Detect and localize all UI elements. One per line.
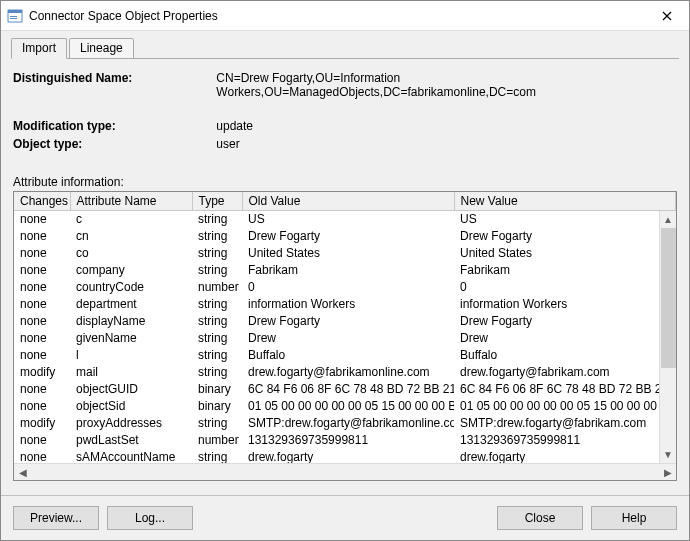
cell-old: Fabrikam (242, 261, 454, 278)
table-row[interactable]: nonecnstringDrew FogartyDrew Fogarty (14, 227, 676, 244)
cell-changes: none (14, 312, 70, 329)
svg-rect-2 (10, 16, 17, 17)
table-row[interactable]: modifymailstringdrew.fogarty@fabrikamonl… (14, 363, 676, 380)
scroll-left-icon[interactable]: ◀ (14, 464, 31, 481)
cell-name: countryCode (70, 278, 192, 295)
cell-changes: none (14, 397, 70, 414)
cell-new: US (454, 210, 676, 227)
cell-type: string (192, 414, 242, 431)
cell-changes: none (14, 278, 70, 295)
col-attribute-name[interactable]: Attribute Name (70, 192, 192, 210)
scroll-thumb[interactable] (661, 228, 676, 368)
cell-new: drew.fogarty (454, 448, 676, 463)
scroll-up-icon[interactable]: ▲ (660, 211, 676, 228)
client-area: Import Lineage Distinguished Name: CN=Dr… (1, 31, 689, 495)
cell-old: SMTP:drew.fogarty@fabrikamonline.com (242, 414, 454, 431)
table-row[interactable]: noneobjectSidbinary01 05 00 00 00 00 00 … (14, 397, 676, 414)
cell-type: string (192, 363, 242, 380)
cell-changes: none (14, 295, 70, 312)
preview-button[interactable]: Preview... (13, 506, 99, 530)
table-row[interactable]: nonepwdLastSetnumber13132936973599981113… (14, 431, 676, 448)
table-row[interactable]: nonecstringUSUS (14, 210, 676, 227)
col-new-value[interactable]: New Value (454, 192, 676, 210)
table-row[interactable]: noneobjectGUIDbinary6C 84 F6 06 8F 6C 78… (14, 380, 676, 397)
cell-type: number (192, 431, 242, 448)
cell-old: drew.fogarty (242, 448, 454, 463)
tab-import[interactable]: Import (11, 38, 67, 59)
cell-changes: none (14, 448, 70, 463)
obj-label: Object type: (13, 137, 213, 151)
grid-scroll[interactable]: Changes Attribute Name Type Old Value Ne… (14, 192, 676, 463)
distinguished-name-row: Distinguished Name: CN=Drew Fogarty,OU=I… (13, 71, 677, 99)
cell-changes: modify (14, 363, 70, 380)
tab-label: Lineage (80, 41, 123, 55)
cell-type: string (192, 312, 242, 329)
object-type-row: Object type: user (13, 137, 677, 151)
cell-name: department (70, 295, 192, 312)
cell-new: Buffalo (454, 346, 676, 363)
horizontal-scrollbar[interactable]: ◀ ▶ (14, 463, 676, 480)
help-button[interactable]: Help (591, 506, 677, 530)
cell-type: string (192, 210, 242, 227)
scroll-down-icon[interactable]: ▼ (660, 446, 676, 463)
cell-old: United States (242, 244, 454, 261)
cell-type: string (192, 346, 242, 363)
cell-name: proxyAddresses (70, 414, 192, 431)
scroll-right-icon[interactable]: ▶ (659, 464, 676, 481)
mod-value: update (216, 119, 253, 133)
tab-label: Import (22, 41, 56, 55)
cell-name: cn (70, 227, 192, 244)
mod-label: Modification type: (13, 119, 213, 133)
cell-new: United States (454, 244, 676, 261)
cell-name: co (70, 244, 192, 261)
cell-name: company (70, 261, 192, 278)
cell-old: Drew (242, 329, 454, 346)
cell-type: string (192, 329, 242, 346)
titlebar: Connector Space Object Properties (1, 1, 689, 31)
tab-strip: Import Lineage (11, 37, 679, 59)
close-button[interactable]: Close (497, 506, 583, 530)
cell-name: objectGUID (70, 380, 192, 397)
cell-changes: modify (14, 414, 70, 431)
svg-rect-3 (10, 18, 17, 19)
cell-new: 6C 84 F6 06 8F 6C 78 48 BD 72 BB 21 AF (454, 380, 676, 397)
log-button[interactable]: Log... (107, 506, 193, 530)
cell-changes: none (14, 261, 70, 278)
table-row[interactable]: nonecostringUnited StatesUnited States (14, 244, 676, 261)
cell-type: binary (192, 380, 242, 397)
table-row[interactable]: nonecountryCodenumber00 (14, 278, 676, 295)
cell-new: 0 (454, 278, 676, 295)
cell-type: string (192, 448, 242, 463)
close-icon[interactable] (644, 1, 689, 31)
vertical-scrollbar[interactable]: ▲ ▼ (659, 211, 676, 463)
table-row[interactable]: modifyproxyAddressesstringSMTP:drew.foga… (14, 414, 676, 431)
modification-type-row: Modification type: update (13, 119, 677, 133)
table-row[interactable]: nonesAMAccountNamestringdrew.fogartydrew… (14, 448, 676, 463)
cell-new: 01 05 00 00 00 00 00 05 15 00 00 00 BA (454, 397, 676, 414)
cell-type: string (192, 295, 242, 312)
dialog-window: Connector Space Object Properties Import… (0, 0, 690, 541)
table-row[interactable]: nonecompanystringFabrikamFabrikam (14, 261, 676, 278)
table-row[interactable]: nonedepartmentstringinformation Workersi… (14, 295, 676, 312)
col-old-value[interactable]: Old Value (242, 192, 454, 210)
table-row[interactable]: nonelstringBuffaloBuffalo (14, 346, 676, 363)
cell-old: 0 (242, 278, 454, 295)
cell-changes: none (14, 380, 70, 397)
table-row[interactable]: nonegivenNamestringDrewDrew (14, 329, 676, 346)
dn-label: Distinguished Name: (13, 71, 213, 85)
cell-new: 131329369735999811 (454, 431, 676, 448)
col-type[interactable]: Type (192, 192, 242, 210)
cell-new: drew.fogarty@fabrikam.com (454, 363, 676, 380)
button-bar: Preview... Log... Close Help (1, 495, 689, 540)
table-row[interactable]: nonedisplayNamestringDrew FogartyDrew Fo… (14, 312, 676, 329)
attribute-grid: Changes Attribute Name Type Old Value Ne… (13, 191, 677, 481)
cell-new: Drew Fogarty (454, 227, 676, 244)
attribute-info-label: Attribute information: (13, 175, 677, 189)
cell-type: number (192, 278, 242, 295)
tab-lineage[interactable]: Lineage (69, 38, 134, 59)
tab-body: Distinguished Name: CN=Drew Fogarty,OU=I… (11, 59, 679, 485)
col-changes[interactable]: Changes (14, 192, 70, 210)
cell-old: 01 05 00 00 00 00 00 05 15 00 00 00 BA .… (242, 397, 454, 414)
header-row: Changes Attribute Name Type Old Value Ne… (14, 192, 676, 210)
cell-changes: none (14, 244, 70, 261)
